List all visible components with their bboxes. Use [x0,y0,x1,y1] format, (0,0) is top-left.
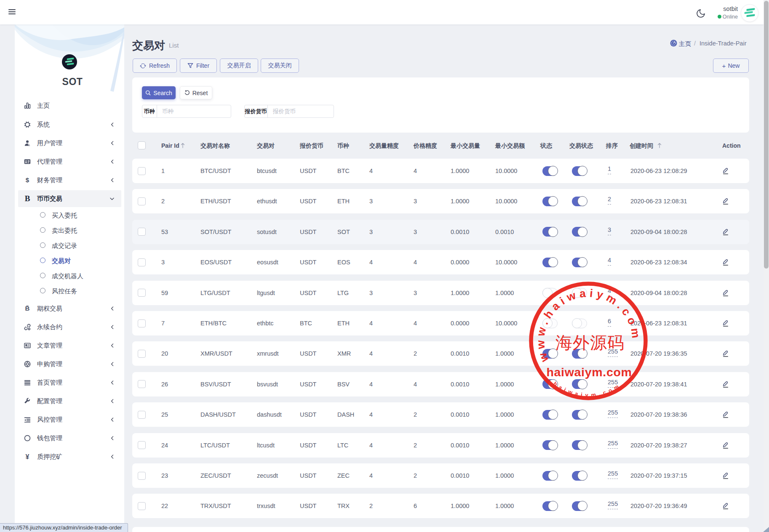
svg-text:B: B [25,305,30,312]
svg-text:haiwaiym.com: haiwaiym.com [552,380,622,398]
svg-text:$: $ [26,177,29,184]
svg-text:B: B [25,195,30,202]
svg-text:haiwaiym.com: haiwaiym.com [546,365,632,379]
svg-text:¥: ¥ [26,453,29,460]
svg-text:海外源码: 海外源码 [555,333,625,352]
